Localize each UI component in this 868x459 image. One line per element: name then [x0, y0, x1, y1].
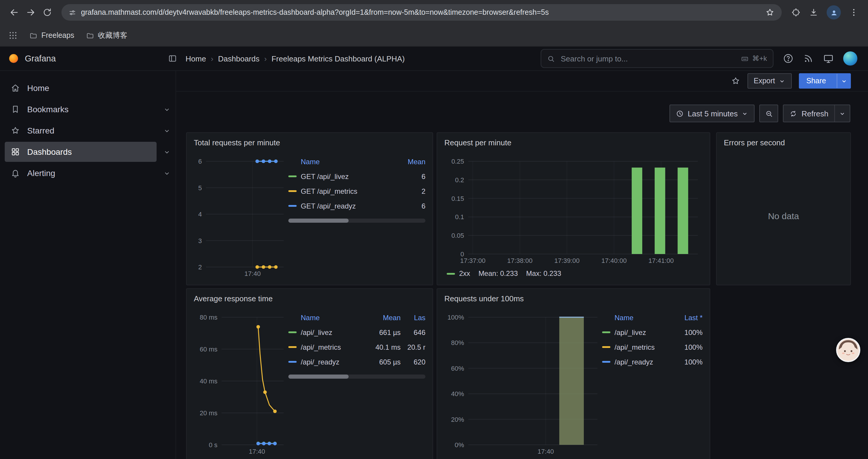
chevron-down-icon[interactable]	[163, 127, 171, 134]
panel-title[interactable]: Total requests per minute	[194, 138, 280, 147]
scrollbar-thumb[interactable]	[288, 219, 349, 223]
search-input[interactable]	[560, 54, 736, 64]
chevron-down-icon[interactable]	[163, 148, 171, 156]
assistant-avatar[interactable]	[836, 338, 860, 362]
sidebar-item-starred[interactable]: Starred	[5, 121, 157, 140]
legend-header-col[interactable]: Mean	[365, 314, 401, 322]
svg-text:17:37:00: 17:37:00	[460, 257, 486, 264]
legend-row[interactable]: /api/_readyz605 µs620	[288, 355, 426, 369]
series-color-dash	[288, 361, 297, 363]
svg-text:0.15: 0.15	[452, 195, 464, 202]
svg-text:0%: 0%	[455, 441, 464, 449]
legend-row[interactable]: /api/_metrics100%	[602, 340, 703, 355]
legend-row[interactable]: /api/_metrics40.1 ms20.5 r	[288, 340, 426, 355]
panel-average-response-time: Average response time 80 ms60 ms40 ms20 …	[186, 288, 433, 459]
legend-row[interactable]: /api/_livez661 µs646	[288, 325, 426, 340]
breadcrumb-item[interactable]: Dashboards	[218, 54, 259, 63]
refresh-interval-caret[interactable]	[834, 105, 850, 122]
legend-header-name[interactable]: Name	[602, 314, 670, 322]
scrollbar-thumb[interactable]	[288, 374, 349, 379]
breadcrumb-item: Freeleaps Metrics Dashboard (ALPHA)	[272, 54, 405, 63]
site-settings-icon[interactable]	[68, 8, 76, 16]
profile-avatar[interactable]	[827, 5, 841, 20]
news-rss-icon[interactable]	[803, 53, 814, 64]
bookmark-star-icon[interactable]	[765, 8, 775, 17]
legend-scrollbar[interactable]	[288, 219, 426, 223]
brand-label[interactable]: Grafana	[25, 54, 56, 63]
screen-share-icon[interactable]	[823, 53, 834, 64]
svg-text:0.1: 0.1	[455, 213, 464, 221]
chart-plot[interactable]: 100%80%60%40%20%0%17:40	[444, 308, 602, 458]
legend-scrollbar[interactable]	[288, 374, 426, 379]
address-bar[interactable]: grafana.mathmast.com/d/deytv4rwavabkb/fr…	[61, 4, 782, 21]
refresh-button[interactable]: Refresh	[783, 104, 850, 122]
legend-series-name: /api/_metrics	[615, 343, 655, 351]
legend-value: 6	[395, 202, 426, 210]
download-icon[interactable]	[809, 8, 818, 17]
panel-title[interactable]: Requests under 100ms	[444, 294, 524, 303]
reload-icon[interactable]	[39, 4, 56, 21]
chevron-down-icon[interactable]	[163, 105, 171, 113]
chart-plot[interactable]: 80 ms60 ms40 ms20 ms0 s17:40	[194, 308, 288, 458]
search-shortcut-keys: ⌘+k	[752, 54, 767, 63]
grafana-body: HomeBookmarksStarredDashboardsAlerting E…	[0, 71, 868, 459]
legend-header-name[interactable]: Name	[288, 157, 395, 166]
legend-header-col[interactable]: Last *	[670, 314, 703, 322]
panel-title[interactable]: Request per minute	[444, 138, 512, 147]
legend-header: NameMeanLas	[288, 310, 426, 325]
extensions-icon[interactable]	[791, 8, 801, 17]
star-icon	[11, 126, 20, 135]
time-range-label: Last 5 minutes	[688, 109, 738, 118]
dock-menu-icon[interactable]	[168, 54, 177, 63]
share-label[interactable]: Share	[799, 74, 833, 88]
zoom-out-button[interactable]	[760, 104, 778, 122]
sidebar-item-home[interactable]: Home	[5, 78, 157, 98]
legend-row[interactable]: GET /api/_readyz6	[288, 198, 426, 213]
panel-requests-under-100ms: Requests under 100ms 100%80%60%40%20%0%1…	[437, 288, 710, 459]
sidebar-item-dashboards[interactable]: Dashboards	[5, 142, 157, 162]
sidebar-item-alerting[interactable]: Alerting	[5, 163, 157, 183]
chevron-down-icon	[778, 78, 785, 84]
legend-series: /api/_metrics	[602, 343, 670, 351]
legend-row[interactable]: /api/_livez100%	[602, 325, 703, 340]
panel-title[interactable]: Average response time	[194, 294, 273, 303]
share-button[interactable]: Share	[799, 73, 851, 89]
apps-grid-icon[interactable]	[8, 31, 18, 40]
legend-row[interactable]: GET /api/_metrics2	[288, 184, 426, 198]
export-button[interactable]: Export	[747, 73, 792, 89]
panel-title[interactable]: Errors per second	[724, 138, 785, 147]
legend-series-name: /api/_metrics	[301, 343, 341, 351]
search-box[interactable]: ⌘+k	[541, 49, 773, 68]
svg-text:20 ms: 20 ms	[200, 409, 217, 417]
legend-header-col[interactable]: Las	[401, 314, 426, 322]
forward-icon[interactable]	[23, 4, 39, 21]
dashboard-toolbar: Export Share	[176, 71, 868, 92]
legend-row[interactable]: GET /api/_livez6	[288, 169, 426, 184]
time-range-picker[interactable]: Last 5 minutes	[670, 104, 755, 122]
sidebar-item-bookmarks[interactable]: Bookmarks	[5, 99, 157, 119]
bookmark-icon	[11, 104, 20, 114]
legend-row[interactable]: /api/_readyz100%	[602, 355, 703, 369]
back-icon[interactable]	[6, 4, 23, 21]
legend-series[interactable]: 2xx	[447, 269, 470, 277]
chart-plot[interactable]: 0.250.20.150.10.05017:37:0017:38:0017:39…	[444, 152, 703, 267]
legend-series-name: GET /api/_metrics	[301, 187, 358, 195]
help-icon[interactable]	[783, 53, 794, 64]
chart-plot[interactable]: 6543217:40	[194, 152, 288, 280]
favorite-star-icon[interactable]	[731, 76, 740, 86]
browser-menu-icon[interactable]	[849, 8, 859, 17]
browser-actions	[788, 5, 862, 20]
legend-header-name[interactable]: Name	[288, 314, 365, 322]
svg-text:17:38:00: 17:38:00	[507, 257, 533, 264]
grafana-logo-icon[interactable]	[8, 53, 19, 64]
chevron-down-icon[interactable]	[163, 169, 171, 177]
share-menu-caret[interactable]	[837, 74, 850, 88]
user-avatar[interactable]	[843, 52, 857, 66]
url-text: grafana.mathmast.com/d/deytv4rwavabkb/fr…	[81, 8, 761, 17]
legend-header-col[interactable]: Mean	[395, 157, 426, 166]
bookmark-folder[interactable]: Freeleaps	[30, 31, 74, 40]
bookmark-folder[interactable]: 收藏博客	[86, 30, 127, 40]
svg-text:40 ms: 40 ms	[200, 378, 217, 385]
breadcrumb-item[interactable]: Home	[186, 54, 206, 63]
series-color-dash	[602, 331, 610, 333]
